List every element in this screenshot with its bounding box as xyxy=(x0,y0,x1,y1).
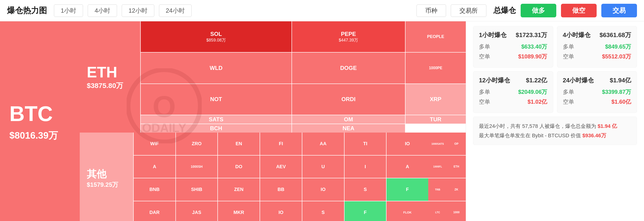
qita-name: 其他 xyxy=(87,168,126,181)
ordi-name: ORDI xyxy=(342,96,356,102)
stats-panel: 1小时爆仓 $1723.31万 多单 $633.40万 空单 $1089.90万… xyxy=(466,21,644,221)
om-name: OM xyxy=(344,116,353,123)
sol-value: $859.08万 xyxy=(206,37,226,43)
stats-1h-long-label: 多单 xyxy=(479,43,490,50)
small-grid: WIF ZRO EN FI AA TI IO A 1000SH DO AEV U… xyxy=(134,132,428,221)
wld-name: WLD xyxy=(210,65,222,71)
sol-cell: SOL $859.08万 xyxy=(141,21,292,52)
op-cell: OP xyxy=(447,132,466,155)
u-cell: U xyxy=(302,156,344,178)
stats-4h-short-label: 空单 xyxy=(563,53,574,60)
pair-name: BTCUSD xyxy=(548,132,569,138)
wld-cell: WLD xyxy=(141,52,292,83)
heatmap-area: O ODAILY BTC $8016.39万 ETH $3875.80万 xyxy=(0,21,466,221)
1000fl-cell: 1000FL xyxy=(428,156,447,178)
1000shib-cell: 1000SH xyxy=(176,156,218,178)
aev-cell: AEV xyxy=(260,156,302,178)
time-btn-4h[interactable]: 4小时 xyxy=(88,4,117,17)
s2-cell: S xyxy=(302,201,344,221)
1000x-cell: 1000 xyxy=(447,201,466,221)
stats-1h-long: 多单 $633.40万 xyxy=(479,43,548,50)
liquidation-count: 57,578 xyxy=(522,123,538,129)
jas-cell: JAS xyxy=(176,201,218,221)
az-cell: A xyxy=(386,156,428,178)
trb-cell: TRB xyxy=(428,178,447,200)
bb-cell: BB xyxy=(260,178,302,200)
stats-footer: 最近24小时，共有 57,578 人被爆仓，爆仓总金额为 $1.94 亿 最大单… xyxy=(473,116,637,145)
shib-cell: SHIB xyxy=(176,178,218,200)
1000sats-cell: 1000SATS xyxy=(428,132,447,155)
pepe-cell: PEPE $447.39万 xyxy=(292,21,405,52)
flok-cell: FLOK xyxy=(386,201,428,221)
total-amount: $1.94 亿 xyxy=(598,123,617,129)
stats-12h-long-label: 多单 xyxy=(479,88,490,96)
dar-cell: DAR xyxy=(134,201,176,221)
not-cell: NOT xyxy=(141,84,292,115)
mkr-cell: MKR xyxy=(218,201,260,221)
doge-name: DOGE xyxy=(340,65,357,71)
sol-name: SOL xyxy=(210,31,222,37)
stats-card-24h: 24小时爆仓 $1.94亿 多单 $3399.87万 空单 $1.60亿 xyxy=(557,71,637,113)
filter-exchange-btn[interactable]: 交易所 xyxy=(451,4,486,17)
wif-cell: WIF xyxy=(134,132,176,155)
stats-card-1h: 1小时爆仓 $1723.31万 多单 $633.40万 空单 $1089.90万 xyxy=(473,26,553,68)
treemap: BTC $8016.39万 ETH $3875.80万 SOL xyxy=(0,21,466,221)
pepe-value: $447.39万 xyxy=(339,37,358,43)
stats-card-12h-header: 12小时爆仓 $1.22亿 xyxy=(479,76,548,84)
eth2-cell: ETH xyxy=(447,156,466,178)
stats-12h-title: 12小时爆仓 xyxy=(479,76,510,84)
ti-cell: TI xyxy=(344,132,386,155)
people-name: PEOPLE xyxy=(427,34,444,39)
filter-coin-btn[interactable]: 币种 xyxy=(416,4,446,17)
bnb-cell: BNB xyxy=(134,178,176,200)
stats-24h-short-label: 空单 xyxy=(563,98,574,106)
1000pepe-cell: 1000PE xyxy=(406,52,466,83)
total-label: 总爆仓 xyxy=(494,6,516,16)
stats-4h-long: 多单 $849.65万 xyxy=(563,43,631,50)
bottom-row: 其他 $1579.25万 WIF ZRO EN FI AA TI IO A xyxy=(80,132,466,221)
right-section: ETH $3875.80万 SOL $859.08万 PEPE $447.39万 xyxy=(80,21,466,221)
zk-cell: ZK xyxy=(447,178,466,200)
doge-cell: DOGE xyxy=(292,52,405,83)
stats-24h-short: 空单 $1.60亿 xyxy=(563,98,631,106)
aa-cell: AA xyxy=(302,132,344,155)
eth-value: $3875.80万 xyxy=(87,81,133,90)
stats-1h-title: 1小时爆仓 xyxy=(479,31,506,39)
pepe-name: PEPE xyxy=(341,31,356,37)
stats-4h-short-value: $5512.03万 xyxy=(602,53,631,60)
eth-grid: SOL $859.08万 PEPE $447.39万 PEOPLE WLD xyxy=(141,21,466,132)
xrp-name: XRP xyxy=(430,96,441,102)
stats-1h-short: 空单 $1089.90万 xyxy=(479,53,548,60)
tur-name: TUR xyxy=(430,116,441,123)
f-cell: F xyxy=(386,178,428,200)
stats-row-2: 12小时爆仓 $1.22亿 多单 $2049.06万 空单 $1.02亿 24小… xyxy=(473,71,637,113)
s-cell: S xyxy=(344,178,386,200)
stats-card-24h-header: 24小时爆仓 $1.94亿 xyxy=(563,76,631,84)
btc-cell: BTC $8016.39万 xyxy=(0,21,80,221)
trade-button[interactable]: 交易 xyxy=(601,4,637,17)
nea-name: NEA xyxy=(342,125,354,132)
max-value: $936.46万 xyxy=(582,132,606,138)
dot-cell: DO xyxy=(218,156,260,178)
stats-row-1: 1小时爆仓 $1723.31万 多单 $633.40万 空单 $1089.90万… xyxy=(473,26,637,68)
sats-cell: SATS xyxy=(141,115,292,124)
nea-cell: NEA xyxy=(292,124,405,132)
stats-1h-short-label: 空单 xyxy=(479,53,490,60)
stats-4h-short: 空单 $5512.03万 xyxy=(563,53,631,60)
time-btn-24h[interactable]: 24小时 xyxy=(159,4,192,17)
bch-name: BCH xyxy=(210,125,222,132)
bch-cell: BCH xyxy=(141,124,292,132)
time-btn-1h[interactable]: 1小时 xyxy=(54,4,83,17)
stats-footer-line1: 最近24小时，共有 57,578 人被爆仓，爆仓总金额为 $1.94 亿 xyxy=(479,122,631,131)
short-button[interactable]: 做空 xyxy=(561,4,597,17)
stats-4h-long-value: $849.65万 xyxy=(605,43,631,50)
io-cell: IO xyxy=(386,132,428,155)
long-button[interactable]: 做多 xyxy=(521,4,556,17)
stats-4h-long-label: 多单 xyxy=(563,43,574,50)
stats-card-12h: 12小时爆仓 $1.22亿 多单 $2049.06万 空单 $1.02亿 xyxy=(473,71,553,113)
time-btn-12h[interactable]: 12小时 xyxy=(122,4,154,17)
stats-card-1h-header: 1小时爆仓 $1723.31万 xyxy=(479,31,548,39)
header: 爆仓热力图 1小时 4小时 12小时 24小时 币种 交易所 总爆仓 做多 做空… xyxy=(0,0,644,21)
io2-cell: IO xyxy=(302,178,344,200)
stats-12h-short-label: 空单 xyxy=(479,98,490,106)
